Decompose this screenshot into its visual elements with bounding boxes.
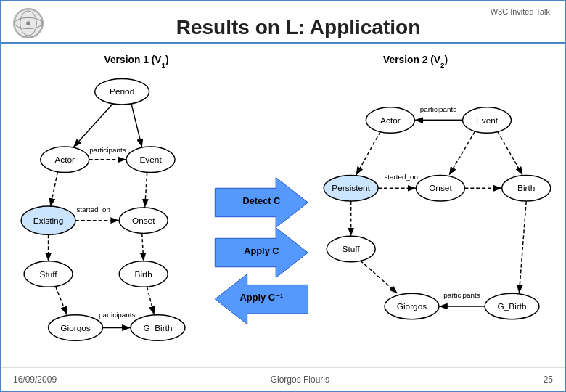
title-area: W3C Invited Talk Results on L: Applicati… [44,7,553,39]
apply-c-label: Apply C [244,245,279,256]
footer-date: 16/09/2009 [13,375,57,385]
event-birth-line-v2 [498,131,523,175]
stuff-giorgos-line-v2 [360,261,397,293]
actor-persistent-line [356,131,381,175]
content: Version 1 (V1) Version 2 (V2) Period Act… [1,44,565,361]
gbirth-label-v1: G_Birth [143,323,172,333]
birth-label-v1: Birth [135,269,152,279]
period-actor-line [73,104,112,147]
footer: 16/09/2009 Giorgos Flouris 25 [1,367,565,391]
period-event-line [131,104,142,147]
event-onset-line [145,173,147,208]
w3c-label: W3C Invited Talk [44,7,550,16]
onset-birth-line [142,233,144,261]
birth-gbirth-line [147,287,155,314]
onset-label-v1: Onset [132,216,155,226]
v2-label: Version 2 (V2) [383,54,448,69]
stuff-label-v2: Stuff [343,244,361,254]
logo [13,8,44,38]
svg-point-3 [26,21,30,25]
detect-c-label: Detect C [242,195,280,206]
giorgos-label-v2: Giorgos [397,301,427,311]
participants-label-v2: participants [420,105,456,113]
participants2-label-v2: participants [443,291,480,299]
apply-c-inv-label: Apply C⁻¹ [240,292,284,303]
event-label-v2: Event [476,115,499,126]
gbirth-label-v2: G_Birth [497,301,526,311]
v1-label: Version 1 (V1) [104,54,168,69]
actor-label-v1: Actor [54,155,75,165]
existing-label-v1: Existing [33,216,63,226]
participants2-label-v1: participants [99,311,135,319]
birth-gbirth-line-v2 [519,201,526,293]
slide: W3C Invited Talk Results on L: Applicati… [0,0,566,392]
actor-label-v2: Actor [380,115,401,126]
actor-existing-line [51,172,58,207]
period-label-v1: Period [110,86,134,97]
birth-label-v2: Birth [517,183,535,193]
stuff-label-v1: Stuff [40,269,58,279]
giorgos-label-v1: Giorgos [60,323,91,333]
onset-label-v2: Onset [429,183,452,193]
main-title: Results on L: Application [44,16,553,39]
stuff-giorgos-line [55,286,67,314]
participants-label-v1: participants [89,146,126,154]
started-on-label-v2: started_on [384,173,418,181]
event-label-v1: Event [139,155,162,165]
started-on-label-v1: started_on [76,205,110,213]
footer-author: Giorgos Flouris [271,375,329,385]
persistent-label-v2: Persistent [332,183,370,193]
event-onset-line-v2 [449,131,475,175]
footer-page: 25 [544,375,553,385]
header: W3C Invited Talk Results on L: Applicati… [1,1,565,44]
diagram: Version 1 (V1) Version 2 (V2) Period Act… [9,49,557,356]
